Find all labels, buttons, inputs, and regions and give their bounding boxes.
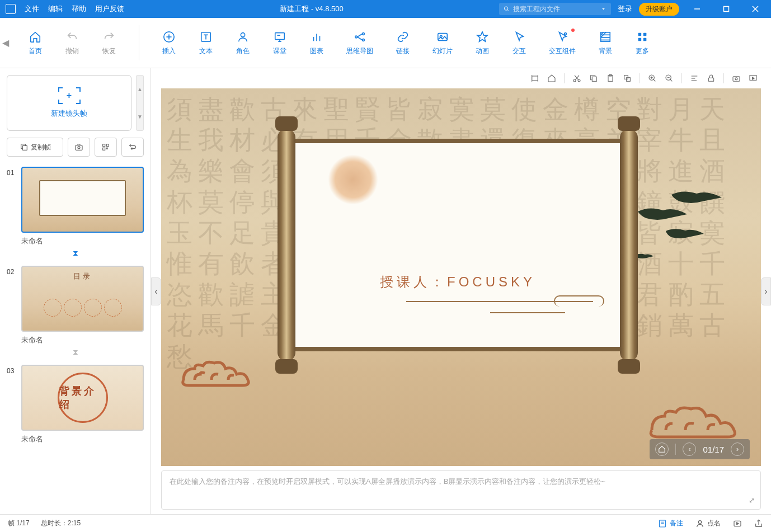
ctb-lock-button[interactable] xyxy=(703,70,719,86)
tool-more[interactable]: 更多 xyxy=(624,25,661,60)
menu-help[interactable]: 帮助 xyxy=(72,4,86,14)
status-play-button[interactable] xyxy=(733,519,742,528)
svg-point-20 xyxy=(355,36,358,38)
tool-mindmap[interactable]: 思维导图 xyxy=(335,25,384,60)
svg-rect-34 xyxy=(638,33,642,36)
svg-rect-37 xyxy=(643,38,647,41)
cut-icon xyxy=(572,74,581,83)
tool-insert[interactable]: 插入 xyxy=(151,25,187,60)
mindmap-icon xyxy=(354,31,366,43)
ctb-zoomout-button[interactable] xyxy=(661,70,677,86)
slide-item-3[interactable]: 03 背景介绍 未命名 xyxy=(7,365,144,444)
pattern-icon xyxy=(599,31,612,43)
chart-icon xyxy=(311,31,323,43)
sidebar: + 新建镜头帧 ▲▼ 复制帧 01 未命名 ⧗ 02 xyxy=(0,68,151,514)
svg-rect-45 xyxy=(532,76,538,81)
ctb-frame-button[interactable] xyxy=(527,70,543,86)
search-input[interactable] xyxy=(513,5,597,13)
svg-rect-52 xyxy=(592,77,596,81)
tool-home[interactable]: 首页 xyxy=(17,25,54,60)
ctb-home-button[interactable] xyxy=(544,70,560,86)
tool-text[interactable]: 文本 xyxy=(187,25,224,60)
timer-icon[interactable]: ⧗ xyxy=(7,248,144,258)
ctb-copy-button[interactable] xyxy=(586,70,601,86)
star-icon xyxy=(476,31,488,43)
qr-button[interactable] xyxy=(95,138,117,157)
menu-feedback[interactable]: 用户反馈 xyxy=(95,4,124,14)
svg-point-22 xyxy=(363,39,365,41)
nav-prev-button[interactable]: ‹ xyxy=(683,442,696,456)
plus-icon: + xyxy=(67,91,72,101)
notes-input[interactable]: 在此处输入您的备注内容，在预览时开启双屏模式，可以实现A屏全屏播放演示内容，B屏… xyxy=(161,470,761,510)
tool-slides[interactable]: 幻灯片 xyxy=(421,25,464,60)
svg-rect-42 xyxy=(106,144,109,147)
ctb-present-button[interactable] xyxy=(745,70,761,86)
tool-chart[interactable]: 图表 xyxy=(298,25,335,60)
menu-edit[interactable]: 编辑 xyxy=(48,4,63,14)
loop-button[interactable] xyxy=(121,138,144,157)
status-roll-button[interactable]: 点名 xyxy=(695,519,721,528)
tool-classroom[interactable]: 课堂 xyxy=(261,25,298,60)
expand-icon[interactable]: ⤢ xyxy=(749,496,755,505)
tool-background[interactable]: 背景 xyxy=(587,25,624,60)
slide-thumbnail[interactable]: 背景介绍 xyxy=(21,365,144,431)
copy-icon xyxy=(20,143,29,152)
camera-button[interactable] xyxy=(68,138,90,157)
status-share-button[interactable] xyxy=(754,519,763,528)
ctb-align-button[interactable] xyxy=(687,70,702,86)
ctb-duplicate-button[interactable] xyxy=(619,70,635,86)
tool-redo[interactable]: 恢复 xyxy=(91,25,128,60)
slide-thumbnail[interactable] xyxy=(21,167,144,233)
svg-rect-43 xyxy=(103,148,105,150)
nav-next-button[interactable]: › xyxy=(731,442,744,456)
svg-line-23 xyxy=(357,34,362,37)
maximize-button[interactable] xyxy=(715,0,737,18)
login-link[interactable]: 登录 xyxy=(618,4,632,14)
slide-thumbnail[interactable]: 目录 xyxy=(21,266,144,332)
canvas-viewport[interactable]: 須盡歡古來聖賢皆寂寞莫使金樽空對月天生我材必有用千金散盡還復來烹羊宰牛且為樂會須… xyxy=(161,88,761,466)
text-icon xyxy=(200,31,212,43)
tool-link[interactable]: 链接 xyxy=(384,25,421,60)
status-notes-button[interactable]: 备注 xyxy=(658,519,683,528)
copy-icon xyxy=(589,74,598,83)
home-icon xyxy=(547,74,556,83)
undo-icon xyxy=(66,31,78,43)
duplicate-icon xyxy=(623,74,632,83)
canvas-area: 須盡歡古來聖賢皆寂寞莫使金樽空對月天生我材必有用千金散盡還復來烹羊宰牛且為樂會須… xyxy=(151,68,771,514)
close-button[interactable] xyxy=(744,0,767,18)
person-icon xyxy=(237,31,249,43)
upgrade-button[interactable]: 升级账户 xyxy=(639,3,679,16)
window-title: 新建工程 - v4.8.500 xyxy=(124,4,499,14)
ctb-zoomin-button[interactable] xyxy=(645,70,660,86)
board-icon xyxy=(274,31,286,43)
notes-icon xyxy=(658,519,667,528)
ctb-cut-button[interactable] xyxy=(569,70,585,86)
toolbar-scroll-left[interactable]: ◀ xyxy=(0,18,11,68)
statusbar: 帧 1/17 总时长：2:15 备注 点名 xyxy=(0,514,771,532)
copy-frame-button[interactable]: 复制帧 xyxy=(7,138,63,157)
sidebar-scroll-handle[interactable]: ▲▼ xyxy=(136,75,144,131)
scroll-graphic: 授课人：FOCUSKY xyxy=(279,139,637,351)
new-frame-button[interactable]: + 新建镜头帧 xyxy=(7,75,131,131)
ctb-snapshot-button[interactable] xyxy=(728,70,744,86)
nav-counter: 01/17 xyxy=(703,445,724,454)
collapse-left-button[interactable]: ‹ xyxy=(151,277,161,305)
timer-icon[interactable]: ⧗ xyxy=(7,347,144,357)
slide-item-1[interactable]: 01 未命名 ⧗ xyxy=(7,167,144,258)
slide-item-2[interactable]: 02 目录 未命名 ⧗ xyxy=(7,266,144,357)
menu-file[interactable]: 文件 xyxy=(25,4,39,14)
chevron-down-icon[interactable] xyxy=(600,4,607,13)
tool-interact[interactable]: 交互 xyxy=(501,25,538,60)
ctb-paste-button[interactable] xyxy=(603,70,618,86)
tool-role[interactable]: 角色 xyxy=(224,25,261,60)
cloud-decoration xyxy=(643,402,744,444)
tool-animation[interactable]: 动画 xyxy=(464,25,501,60)
collapse-right-button[interactable]: › xyxy=(761,277,771,305)
minimize-button[interactable] xyxy=(686,0,708,18)
tool-undo[interactable]: 撤销 xyxy=(54,25,91,60)
tool-component[interactable]: 交互组件 xyxy=(538,25,587,60)
nav-home-button[interactable] xyxy=(655,442,669,456)
search-box[interactable] xyxy=(499,3,611,15)
play-icon xyxy=(733,519,742,528)
svg-point-0 xyxy=(504,7,507,10)
